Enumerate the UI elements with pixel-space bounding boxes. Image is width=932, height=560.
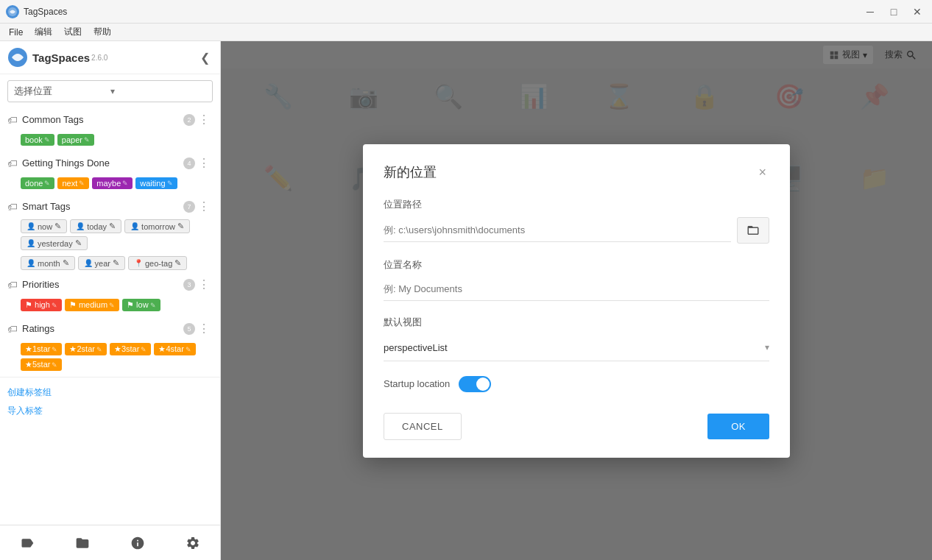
tag-group-ratings-badge: 5 bbox=[183, 323, 195, 335]
tag-group-smart-name: Smart Tags bbox=[22, 201, 180, 212]
tags-bottom-button[interactable] bbox=[0, 525, 55, 560]
sidebar-collapse-button[interactable]: ❮ bbox=[197, 48, 213, 68]
maximize-button[interactable]: □ bbox=[885, 4, 903, 19]
tag-group-ratings-icon: 🏷 bbox=[7, 323, 18, 335]
tag-3star[interactable]: ★3star ✎ bbox=[110, 343, 151, 355]
sidebar: TagSpaces 2.6.0 ❮ 选择位置 ▾ 🏷 Common Tags 2… bbox=[0, 41, 221, 560]
tag-2star[interactable]: ★2star ✎ bbox=[65, 343, 106, 355]
tag-maybe[interactable]: maybe ✎ bbox=[92, 177, 133, 189]
tag-next[interactable]: next ✎ bbox=[57, 177, 89, 189]
startup-toggle[interactable] bbox=[459, 376, 491, 392]
tag-low[interactable]: ⚑ low ✎ bbox=[122, 299, 160, 311]
person-icon: 👤 bbox=[130, 222, 139, 230]
tag-high[interactable]: ⚑ high ✎ bbox=[21, 299, 62, 311]
app-title: TagSpaces bbox=[24, 7, 861, 17]
tag-group-common-header[interactable]: 🏷 Common Tags 2 ⋮ bbox=[0, 108, 220, 131]
import-tags-link[interactable]: 导入标签 bbox=[7, 402, 213, 420]
sidebar-version: 2.6.0 bbox=[91, 54, 107, 62]
dialog-footer: CANCEL OK bbox=[384, 413, 769, 440]
tag-group-ratings-more[interactable]: ⋮ bbox=[195, 322, 213, 336]
menu-edit[interactable]: 编辑 bbox=[29, 24, 58, 40]
tag-group-smart-header[interactable]: 🏷 Smart Tags 7 ⋮ bbox=[0, 195, 220, 218]
settings-bottom-button[interactable] bbox=[165, 525, 220, 560]
tag-paper[interactable]: paper ✎ bbox=[57, 134, 94, 146]
tag-paper-edit: ✎ bbox=[84, 136, 90, 143]
sidebar-app-name: TagSpaces bbox=[32, 52, 90, 64]
view-select[interactable]: perspectiveList perspectiveGrid perspect… bbox=[384, 338, 765, 358]
location-selector[interactable]: 选择位置 ▾ bbox=[7, 80, 213, 102]
close-button[interactable]: ✕ bbox=[908, 4, 926, 19]
tag-waiting[interactable]: waiting ✎ bbox=[135, 177, 177, 189]
ok-button[interactable]: OK bbox=[707, 414, 769, 439]
smart-tag-year[interactable]: 👤year ✎ bbox=[78, 256, 125, 270]
tag-group-priorities-more[interactable]: ⋮ bbox=[195, 277, 213, 291]
tag-group-ratings-name: Ratings bbox=[22, 323, 180, 334]
tag-group-common-more[interactable]: ⋮ bbox=[195, 113, 213, 127]
folder-icon bbox=[75, 536, 90, 550]
name-label: 位置名称 bbox=[384, 258, 769, 272]
person-icon: 👤 bbox=[76, 222, 85, 230]
person-icon: 👤 bbox=[27, 259, 35, 267]
menu-file[interactable]: File bbox=[3, 26, 29, 39]
sidebar-content: 🏷 Common Tags 2 ⋮ book ✎ paper ✎ 🏷 Getti… bbox=[0, 108, 220, 525]
view-select-row: perspectiveList perspectiveGrid perspect… bbox=[384, 335, 769, 361]
tag-group-ratings-header[interactable]: 🏷 Ratings 5 ⋮ bbox=[0, 317, 220, 340]
smart-tags-row1: 👤now ✎ 👤today ✎ 👤tomorrow ✎ 👤yesterday ✎ bbox=[0, 218, 220, 252]
tag-group-gtd-icon: 🏷 bbox=[7, 157, 18, 169]
priorities-tags-container: ⚑ high ✎ ⚑ medium ✎ ⚑ low ✎ bbox=[0, 296, 220, 316]
view-form-group: 默认视图 perspectiveList perspectiveGrid per… bbox=[384, 316, 769, 361]
sidebar-bottom-bar bbox=[0, 525, 220, 560]
smart-tag-month[interactable]: 👤month ✎ bbox=[21, 256, 75, 270]
cancel-button[interactable]: CANCEL bbox=[384, 413, 462, 440]
gtd-tags-container: done ✎ next ✎ maybe ✎ waiting ✎ bbox=[0, 174, 220, 194]
smart-tag-now[interactable]: 👤now ✎ bbox=[21, 219, 67, 233]
smart-tag-today[interactable]: 👤today ✎ bbox=[70, 219, 121, 233]
minimize-button[interactable]: ─ bbox=[861, 4, 879, 19]
smart-tags-row2: 👤month ✎ 👤year ✎ 📍geo-tag ✎ bbox=[0, 255, 220, 272]
tags-icon bbox=[20, 536, 35, 550]
menu-view[interactable]: 试图 bbox=[58, 24, 88, 40]
location-selector-arrow: ▾ bbox=[110, 86, 207, 96]
info-icon bbox=[130, 536, 145, 550]
path-form-group: 位置路径 bbox=[384, 198, 769, 244]
path-input[interactable] bbox=[384, 219, 731, 242]
person-icon: 👤 bbox=[84, 259, 93, 267]
tag-group-smart-badge: 7 bbox=[183, 201, 195, 213]
tag-group-smart-more[interactable]: ⋮ bbox=[195, 199, 213, 213]
smart-tag-yesterday[interactable]: 👤yesterday ✎ bbox=[21, 236, 88, 250]
tag-1star[interactable]: ★1star ✎ bbox=[21, 343, 62, 355]
menubar: File 编辑 试图 帮助 bbox=[0, 24, 932, 41]
tag-done[interactable]: done ✎ bbox=[21, 177, 54, 189]
tag-book[interactable]: book ✎ bbox=[21, 134, 54, 146]
tag-group-gtd-more[interactable]: ⋮ bbox=[195, 156, 213, 170]
browse-button[interactable] bbox=[737, 217, 769, 244]
main-layout: TagSpaces 2.6.0 ❮ 选择位置 ▾ 🏷 Common Tags 2… bbox=[0, 41, 932, 560]
dialog-close-button[interactable]: × bbox=[755, 162, 769, 183]
info-bottom-button[interactable] bbox=[110, 525, 166, 560]
create-tag-group-link[interactable]: 创建标签组 bbox=[7, 383, 213, 402]
menu-help[interactable]: 帮助 bbox=[88, 24, 117, 40]
tag-5star[interactable]: ★5star ✎ bbox=[21, 358, 62, 371]
tag-4star[interactable]: ★4star ✎ bbox=[154, 343, 195, 355]
path-label: 位置路径 bbox=[384, 198, 769, 211]
tag-medium[interactable]: ⚑ medium ✎ bbox=[65, 299, 119, 311]
app-logo bbox=[6, 5, 19, 18]
view-select-arrow: ▾ bbox=[765, 342, 769, 352]
tag-group-priorities-badge: 3 bbox=[183, 279, 195, 291]
toggle-knob bbox=[476, 378, 490, 391]
window-controls: ─ □ ✕ bbox=[861, 4, 926, 19]
startup-toggle-row: Startup location bbox=[384, 376, 769, 392]
tag-group-smart-icon: 🏷 bbox=[7, 201, 18, 213]
startup-form-group: Startup location bbox=[384, 376, 769, 392]
sidebar-logo-icon bbox=[7, 47, 28, 68]
tag-group-gtd: 🏷 Getting Things Done 4 ⋮ done ✎ next ✎ … bbox=[0, 152, 220, 194]
name-input[interactable] bbox=[384, 277, 769, 301]
tag-group-gtd-header[interactable]: 🏷 Getting Things Done 4 ⋮ bbox=[0, 152, 220, 174]
tag-group-priorities: 🏷 Priorities 3 ⋮ ⚑ high ✎ ⚑ medium ✎ ⚑ l… bbox=[0, 273, 220, 316]
tag-group-priorities-header[interactable]: 🏷 Priorities 3 ⋮ bbox=[0, 273, 220, 296]
smart-tag-tomorrow[interactable]: 👤tomorrow ✎ bbox=[124, 219, 190, 233]
folder-bottom-button[interactable] bbox=[55, 525, 110, 560]
sidebar-logo-area: TagSpaces 2.6.0 bbox=[7, 47, 197, 68]
titlebar: TagSpaces ─ □ ✕ bbox=[0, 0, 932, 24]
smart-tag-geo[interactable]: 📍geo-tag ✎ bbox=[128, 256, 187, 270]
